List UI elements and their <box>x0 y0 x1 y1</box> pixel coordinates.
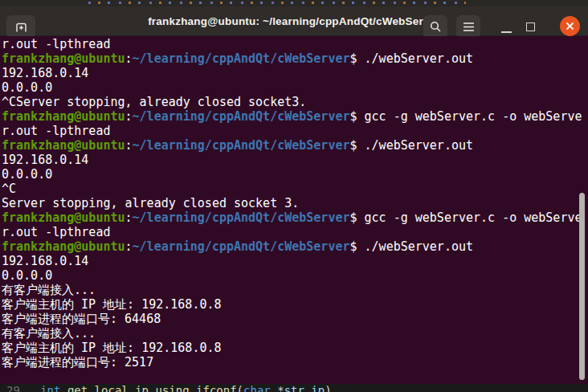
terminal-content[interactable]: r.out -lpthreadfrankzhang@ubuntu:~/learn… <box>0 36 588 384</box>
terminal-line: 0.0.0.0 <box>2 167 588 182</box>
terminal-line: 有客户端接入... <box>2 326 588 341</box>
menu-button[interactable] <box>456 15 480 39</box>
minimize-icon <box>501 31 512 33</box>
terminal-line: 客户端主机的 IP 地址: 192.168.0.8 <box>2 341 588 355</box>
maximize-button[interactable] <box>520 15 541 39</box>
terminal-line: 客户端进程的端口号: 2517 <box>2 355 588 370</box>
terminal-line: frankzhang@ubuntu:~/learning/cppAndQt/cW… <box>2 109 588 124</box>
terminal-line: 0.0.0.0 <box>2 80 588 95</box>
terminal-line: 192.168.0.14 <box>2 254 588 268</box>
terminal-line: frankzhang@ubuntu:~/learning/cppAndQt/cW… <box>2 210 588 225</box>
terminal-line: r.out -lpthread <box>2 124 588 138</box>
terminal-line: 192.168.0.14 <box>2 153 588 167</box>
terminal-line: 客户端进程的端口号: 64468 <box>2 312 588 326</box>
terminal-line: Server stopping, already closed socket 3… <box>2 196 588 210</box>
background-editor-sliver: 29 int get_local_ip_using_ifconf(char *s… <box>0 384 588 392</box>
scrollbar-thumb[interactable] <box>579 193 585 380</box>
close-icon <box>565 21 575 31</box>
hamburger-menu-icon <box>463 22 475 32</box>
terminal-line: 192.168.0.14 <box>2 66 588 80</box>
terminal-line: r.out -lpthread <box>2 225 588 239</box>
titlebar: frankzhang@ubuntu: ~/learning/cppAndQt/c… <box>0 6 588 36</box>
clipped-code-line: 29 int get_local_ip_using_ifconf(char *s… <box>0 385 588 392</box>
search-icon <box>429 20 443 34</box>
background-window-sliver <box>0 0 588 6</box>
terminal-line: r.out -lpthread <box>2 37 588 51</box>
terminal-line: ^C <box>2 182 588 196</box>
terminal-window: frankzhang@ubuntu: ~/learning/cppAndQt/c… <box>0 0 588 392</box>
terminal-line: 有客户端接入... <box>2 283 588 297</box>
clipped-text-artifacts <box>88 2 466 4</box>
minimize-button[interactable] <box>496 15 517 39</box>
terminal-line: frankzhang@ubuntu:~/learning/cppAndQt/cW… <box>2 51 588 66</box>
terminal-line <box>2 370 588 384</box>
terminal-line: ^CServer stopping, already closed socket… <box>2 95 588 109</box>
terminal-line: frankzhang@ubuntu:~/learning/cppAndQt/cW… <box>2 239 588 254</box>
close-button[interactable] <box>560 16 580 36</box>
terminal-line: frankzhang@ubuntu:~/learning/cppAndQt/cW… <box>2 138 588 153</box>
terminal-line: 0.0.0.0 <box>2 268 588 283</box>
search-button[interactable] <box>423 15 447 39</box>
terminal-line: 客户端主机的 IP 地址: 192.168.0.8 <box>2 297 588 312</box>
maximize-icon <box>526 22 535 31</box>
